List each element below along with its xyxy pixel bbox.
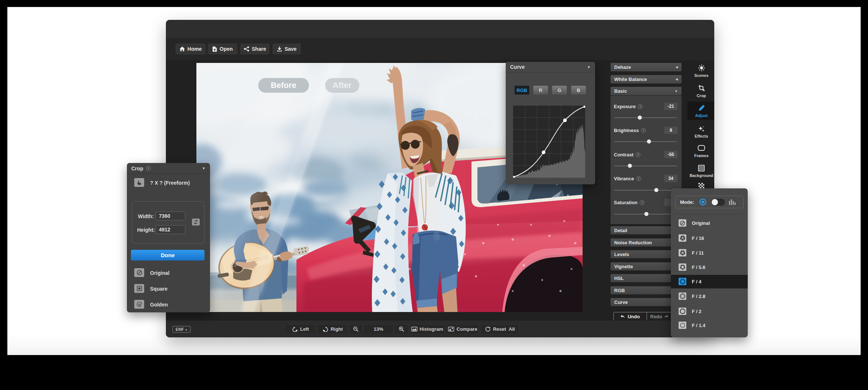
svg-text:Before: Before (271, 81, 296, 90)
svg-text:After: After (332, 81, 352, 90)
